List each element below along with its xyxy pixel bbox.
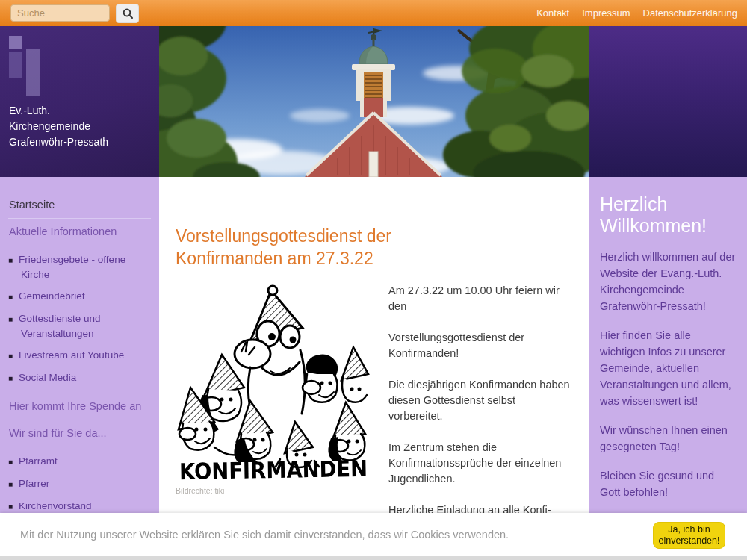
konfirmanden-cartoon: KONFIRMANDEN Bildrechte: tiki xyxy=(176,283,371,550)
cookie-banner: Mit der Nutzung unserer Website erklären… xyxy=(0,513,747,556)
article-paragraph: Im Zentrum stehen die Konfirmationssprüc… xyxy=(388,440,572,487)
sidebar-item-kirchenvorstand[interactable]: ■Kirchenvorstand xyxy=(8,499,151,514)
cookie-message: Mit der Nutzung unserer Website erklären… xyxy=(20,529,509,541)
site-title: Ev.-Luth. Kirchengemeinde Grafenwöhr-Pre… xyxy=(9,103,108,150)
bottom-strip xyxy=(0,556,747,560)
welcome-title: Herzlich Willkommen! xyxy=(600,193,736,237)
bullet-icon: ■ xyxy=(8,480,13,488)
sidebar-item-pfarrer[interactable]: ■Pfarrer xyxy=(8,476,151,491)
sidebar-item-startseite[interactable]: Startseite xyxy=(8,192,151,218)
welcome-paragraph: Herzlich willkommen auf der Website der … xyxy=(600,249,736,314)
main-content: Vorstellungsgottesdienst der Konfirmande… xyxy=(159,177,589,560)
sidebar-item-gottesdienste[interactable]: ■Gottesdienste und Veranstaltungen xyxy=(8,311,151,340)
cartoon-caption-text: KONFIRMANDEN xyxy=(179,455,368,482)
sidebar-item-pfarramt[interactable]: ■Pfarramt xyxy=(8,454,151,469)
cookie-accept-button[interactable]: Ja, ich bin einverstanden! xyxy=(653,522,725,549)
sidebar-item-wir-sind-fuer-sie-da[interactable]: Wir sind für Sie da... xyxy=(8,420,151,447)
image-credit: Bildrechte: tiki xyxy=(176,486,371,495)
article-paragraph: Am 27.3.22 um 10.00 Uhr feiern wir den xyxy=(388,283,572,314)
welcome-paragraph: Wir wünschen Ihnen einen gesegneten Tag! xyxy=(600,422,736,455)
article-paragraph: Die diesjährigen Konfirmanden haben dies… xyxy=(388,377,572,424)
bullet-icon: ■ xyxy=(8,352,13,360)
sidebar-item-aktuelle-informationen[interactable]: Aktuelle Informationen xyxy=(8,219,151,245)
bullet-icon: ■ xyxy=(8,503,13,511)
link-kontakt[interactable]: Kontakt xyxy=(536,7,569,19)
article-paragraph: Vorstellungsgottesdienst der Konfirmande… xyxy=(388,330,572,361)
welcome-panel: Herzlich Willkommen! Herzlich willkommen… xyxy=(589,177,747,560)
header-right-panel xyxy=(589,26,747,177)
bullet-icon: ■ xyxy=(8,458,13,466)
header: Ev.-Luth. Kirchengemeinde Grafenwöhr-Pre… xyxy=(0,26,747,177)
page-title: Vorstellungsgottesdienst der Konfirmande… xyxy=(176,225,467,270)
bullet-icon: ■ xyxy=(8,293,13,301)
search-icon xyxy=(122,7,134,19)
welcome-paragraph: Hier finden Sie alle wichtigen Infos zu … xyxy=(600,327,736,409)
welcome-paragraph: Bleiben Sie gesund und Gott befohlen! xyxy=(600,467,736,500)
bullet-icon: ■ xyxy=(8,315,13,323)
topbar-links: Kontakt Impressum Datenschutzerklärung xyxy=(536,7,747,19)
site-logo-box: Ev.-Luth. Kirchengemeinde Grafenwöhr-Pre… xyxy=(0,26,159,177)
sidebar-item-spende[interactable]: Hier kommt Ihre Spende an xyxy=(8,393,151,420)
bullet-icon: ■ xyxy=(8,374,13,382)
hero-church-photo xyxy=(159,26,589,177)
search-input[interactable] xyxy=(10,4,110,22)
sidebar-item-friedensgebete[interactable]: ■Friedensgebete - offene Kirche xyxy=(8,252,151,281)
sidebar-item-social-media[interactable]: ■Social Media xyxy=(8,370,151,385)
topbar: Kontakt Impressum Datenschutzerklärung xyxy=(0,0,747,26)
article-text: Am 27.3.22 um 10.00 Uhr feiern wir den V… xyxy=(388,283,572,550)
sidebar-item-livestream[interactable]: ■Livestream auf Youtube xyxy=(8,348,151,363)
sidebar-nav: Startseite Aktuelle Informationen ■Fried… xyxy=(0,177,159,560)
link-impressum[interactable]: Impressum xyxy=(582,7,630,19)
bullet-icon: ■ xyxy=(8,256,13,264)
sidebar-item-gemeindebrief[interactable]: ■Gemeindebrief xyxy=(8,289,151,304)
link-datenschutz[interactable]: Datenschutzerklärung xyxy=(643,7,737,19)
search-button[interactable] xyxy=(116,4,139,23)
